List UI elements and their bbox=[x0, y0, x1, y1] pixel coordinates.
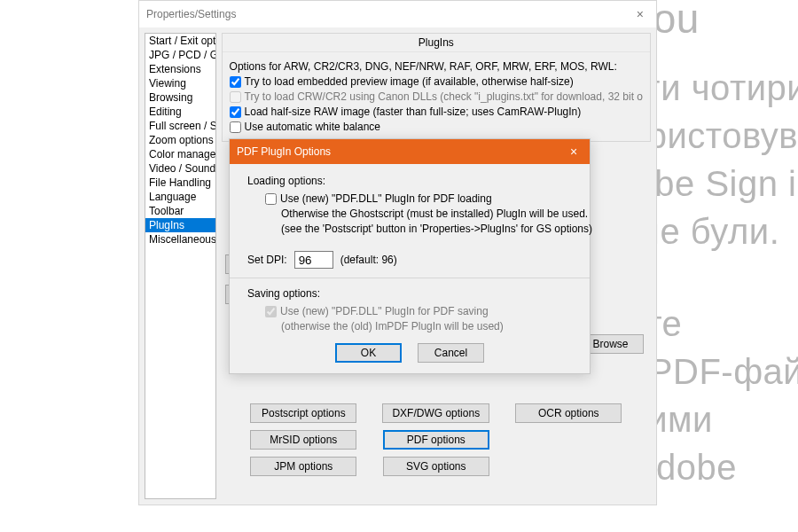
cb-canon-dlls: Try to load CRW/CR2 using Canon DLLs (ch… bbox=[230, 90, 643, 103]
category-item[interactable]: Extensions bbox=[145, 62, 215, 76]
dpi-input[interactable] bbox=[294, 251, 333, 269]
ocr-options-button[interactable]: OCR options bbox=[515, 403, 622, 423]
cb-use-pdfdll-save-input bbox=[265, 306, 277, 317]
category-item[interactable]: Toolbar bbox=[145, 204, 215, 218]
category-item[interactable]: Full screen / Slideshow bbox=[145, 119, 215, 133]
cb-use-pdfdll-load[interactable]: Use (new) "PDF.DLL" PlugIn for PDF loadi… bbox=[265, 192, 492, 205]
loading-options-label: Loading options: bbox=[247, 175, 581, 187]
cb-auto-white-balance-input[interactable] bbox=[230, 121, 241, 133]
properties-titlebar[interactable]: Properties/Settings × bbox=[139, 1, 656, 27]
ghostscript-note-2: (see the 'Postscript' button in 'Propert… bbox=[239, 223, 581, 235]
cb-auto-white-balance[interactable]: Use automatic white balance bbox=[230, 121, 380, 133]
cb-use-pdfdll-load-input[interactable] bbox=[265, 193, 277, 205]
cb-embedded-preview-input[interactable] bbox=[230, 76, 241, 88]
plugins-group-title: PlugIns bbox=[223, 34, 650, 52]
cb-use-pdfdll-save: Use (new) "PDF.DLL" PlugIn for PDF savin… bbox=[265, 305, 489, 317]
category-item[interactable]: File Handling bbox=[145, 176, 215, 190]
category-item[interactable]: Language bbox=[145, 190, 215, 204]
cb-canon-dlls-label: Try to load CRW/CR2 using Canon DLLs (ch… bbox=[245, 90, 643, 103]
cb-canon-dlls-input bbox=[230, 91, 241, 103]
cb-use-pdfdll-load-label: Use (new) "PDF.DLL" PlugIn for PDF loadi… bbox=[280, 192, 492, 205]
properties-title: Properties/Settings bbox=[146, 8, 236, 20]
cb-auto-white-balance-label: Use automatic white balance bbox=[245, 121, 380, 133]
set-dpi-label: Set DPI: bbox=[247, 254, 287, 266]
cb-embedded-preview[interactable]: Try to load embedded preview image (if a… bbox=[230, 75, 574, 88]
cb-embedded-preview-label: Try to load embedded preview image (if a… bbox=[245, 75, 574, 88]
cb-half-size-raw-label: Load half-size RAW image (faster than fu… bbox=[245, 106, 582, 118]
svg-options-button[interactable]: SVG options bbox=[383, 457, 489, 476]
dxf-dwg-options-button[interactable]: DXF/DWG options bbox=[382, 403, 489, 423]
pdf-cancel-button[interactable]: Cancel bbox=[418, 343, 484, 363]
category-item[interactable]: PlugIns bbox=[145, 218, 215, 232]
category-list[interactable]: Start / Exit optionsJPG / PCD / GIFExten… bbox=[145, 33, 216, 499]
cb-half-size-raw[interactable]: Load half-size RAW image (faster than fu… bbox=[230, 106, 582, 118]
ghostscript-note-1: Otherwise the Ghostscript (must be insta… bbox=[239, 207, 581, 220]
pdf-dialog-titlebar[interactable]: PDF PlugIn Options × bbox=[230, 139, 590, 164]
close-icon[interactable]: × bbox=[558, 139, 590, 164]
plugins-groupbox: PlugIns Options for ARW, CR2/CR3, DNG, N… bbox=[222, 33, 651, 142]
category-item[interactable]: Miscellaneous bbox=[145, 232, 215, 246]
pdf-ok-button[interactable]: OK bbox=[335, 343, 402, 363]
category-item[interactable]: Zoom options bbox=[145, 133, 215, 147]
dpi-default-label: (default: 96) bbox=[340, 254, 397, 266]
jpm-options-button[interactable]: JPM options bbox=[250, 457, 356, 476]
category-item[interactable]: Editing bbox=[145, 105, 215, 119]
raw-options-label: Options for ARW, CR2/CR3, DNG, NEF/NRW, … bbox=[230, 60, 643, 73]
pdf-dialog-title: PDF PlugIn Options bbox=[237, 145, 331, 158]
pdf-options-button[interactable]: PDF options bbox=[383, 430, 489, 450]
category-item[interactable]: Viewing bbox=[145, 76, 215, 90]
saving-options-label: Saving options: bbox=[247, 287, 581, 300]
category-item[interactable]: JPG / PCD / GIF bbox=[145, 48, 215, 62]
cb-half-size-raw-input[interactable] bbox=[230, 106, 241, 118]
mrsid-options-button[interactable]: MrSID options bbox=[250, 430, 356, 450]
cb-use-pdfdll-save-label: Use (new) "PDF.DLL" PlugIn for PDF savin… bbox=[280, 305, 489, 317]
category-item[interactable]: Start / Exit options bbox=[145, 34, 215, 48]
postscript-options-button[interactable]: Postscript options bbox=[250, 403, 356, 423]
pdf-plugin-options-dialog: PDF PlugIn Options × Loading options: Us… bbox=[229, 138, 591, 374]
divider bbox=[230, 278, 590, 278]
close-icon[interactable]: × bbox=[631, 7, 649, 21]
category-item[interactable]: Browsing bbox=[145, 90, 215, 105]
category-item[interactable]: Color management bbox=[145, 147, 215, 161]
category-item[interactable]: Video / Sound bbox=[145, 161, 215, 176]
impdf-note: (otherwise the (old) ImPDF PlugIn will b… bbox=[239, 320, 581, 332]
